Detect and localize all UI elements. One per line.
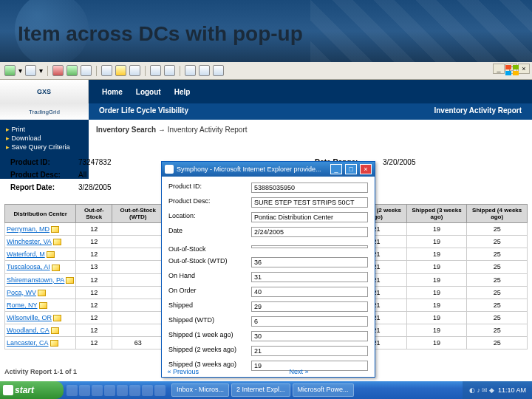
col-ship4[interactable]: Shipped (4 weeks ago)	[467, 205, 528, 223]
popup-value: 31	[251, 272, 368, 282]
popup-value: 29	[251, 301, 368, 312]
dc-cell[interactable]: Winchester, VA	[5, 236, 76, 248]
note-icon[interactable]	[53, 239, 61, 245]
favorites-icon[interactable]	[115, 65, 126, 76]
popup-value: 6	[251, 316, 368, 327]
date-range-value: 3/20/2005	[380, 157, 525, 168]
popup-window: Symphony - Microsoft Internet Explorer p…	[161, 161, 375, 378]
popup-value: 36	[251, 257, 368, 267]
stop-icon[interactable]	[52, 65, 64, 76]
mail-icon[interactable]	[150, 65, 161, 76]
nav-home[interactable]: Home	[102, 88, 123, 96]
forward-icon[interactable]	[25, 65, 36, 76]
ql-icon[interactable]	[66, 385, 78, 396]
sidebar-download[interactable]: ▸ Download	[6, 134, 83, 142]
research-icon[interactable]	[213, 65, 224, 76]
dc-cell[interactable]: Shiremanstown, PA	[5, 273, 76, 286]
product-id-label: Product ID:	[7, 157, 74, 168]
windows-flag-icon	[505, 65, 519, 75]
report-date-label: Report Date:	[7, 182, 74, 193]
popup-maximize[interactable]: □	[345, 164, 357, 174]
sidebar-print[interactable]: ▸ Print	[6, 126, 83, 133]
popup-value: 21	[251, 346, 368, 356]
note-icon[interactable]	[38, 290, 46, 296]
paging: Activity Report 1-1 of 1 « Previous Next…	[4, 368, 309, 375]
popup-minimize[interactable]: _	[330, 164, 342, 174]
ql-icon[interactable]	[92, 385, 103, 396]
note-icon[interactable]	[51, 226, 59, 233]
slide-header: Item across DCs with pop-up	[0, 0, 532, 62]
dc-cell[interactable]: Poca, WV	[5, 286, 76, 299]
dc-cell[interactable]: Perryman, MD	[5, 223, 76, 236]
discuss-icon[interactable]	[185, 65, 196, 76]
sidebar-save-query[interactable]: ▸ Save Query Criteria	[6, 143, 83, 151]
slide-title: Item across DCs with pop-up	[18, 22, 303, 46]
ql-icon[interactable]	[79, 385, 90, 396]
col-oos_wtd[interactable]: Out-of-Stock (WTD)	[112, 205, 164, 223]
note-icon[interactable]	[52, 265, 60, 271]
ql-icon[interactable]	[104, 385, 115, 396]
refresh-icon[interactable]	[66, 65, 78, 76]
popup-value: 30	[251, 331, 368, 341]
prev-link[interactable]: « Previous	[168, 368, 200, 375]
dc-cell[interactable]: Lancaster, CA	[5, 337, 76, 349]
note-icon[interactable]	[50, 340, 58, 347]
dc-cell[interactable]: Tuscaloosa, AI	[5, 261, 76, 273]
col-dc[interactable]: Distribution Center	[5, 205, 76, 223]
clock: 11:10 AM	[498, 386, 526, 394]
search-icon[interactable]	[101, 65, 112, 76]
popup-value: 40	[251, 287, 368, 297]
dc-cell[interactable]: Waterford, M	[5, 248, 76, 261]
tray-icons[interactable]: ◐♪✉◆	[468, 386, 495, 394]
print-icon[interactable]	[164, 65, 175, 76]
history-icon[interactable]	[129, 65, 140, 76]
ql-icon[interactable]	[154, 385, 166, 396]
dc-cell[interactable]: Rome, NY	[5, 299, 76, 311]
ql-icon[interactable]	[117, 385, 128, 396]
next-link[interactable]: Next »	[290, 368, 309, 375]
app-subheader: TradingGrid Order Life Cycle Visibility …	[0, 103, 532, 120]
taskbar-task[interactable]: Inbox - Micros...	[171, 383, 229, 397]
breadcrumb: Inventory Search → Inventory Activity Re…	[96, 126, 248, 134]
dc-cell[interactable]: Wilsonville, OR	[5, 311, 76, 324]
popup-title-text: Symphony - Microsoft Internet Explorer p…	[177, 166, 327, 173]
popup-date: 2/24/2005	[251, 227, 368, 237]
app-top: GXS Home Logout Help	[0, 80, 532, 103]
popup-value	[251, 245, 368, 248]
quick-launch	[66, 385, 166, 396]
home-icon[interactable]	[81, 65, 92, 76]
product-desc-label: Product Desc:	[7, 169, 74, 180]
nav-help[interactable]: Help	[174, 88, 191, 96]
world-graphic	[310, 0, 532, 62]
brand-logo: GXS	[0, 80, 89, 103]
start-button[interactable]: start	[0, 381, 64, 399]
minimize-button[interactable]: _	[493, 64, 505, 74]
subheader-right: Inventory Activity Report	[423, 103, 532, 120]
taskbar-task[interactable]: Microsoft Powe...	[293, 383, 354, 397]
ql-icon[interactable]	[142, 385, 153, 396]
note-icon[interactable]	[51, 327, 59, 334]
dc-cell[interactable]: Woodland, CA	[5, 324, 76, 337]
close-button[interactable]: ×	[518, 64, 530, 74]
note-icon[interactable]	[47, 251, 55, 258]
taskbar-task[interactable]: 2 Internet Expl...	[231, 383, 290, 397]
popup-product-desc: SURE STEP TEST STRIPS 50CT	[251, 197, 368, 208]
popup-icon	[165, 165, 174, 174]
popup-titlebar[interactable]: Symphony - Microsoft Internet Explorer p…	[162, 162, 375, 177]
note-icon[interactable]	[39, 302, 47, 309]
note-icon[interactable]	[53, 315, 61, 321]
taskbar: start Inbox - Micros...2 Internet Expl..…	[0, 381, 532, 399]
nav-logout[interactable]: Logout	[136, 88, 161, 96]
messenger-icon[interactable]	[199, 65, 210, 76]
system-tray: ◐♪✉◆ 11:10 AM	[463, 381, 532, 399]
col-ship3[interactable]: Shipped (3 weeks ago)	[406, 205, 467, 223]
note-icon[interactable]	[66, 277, 74, 284]
subheader-left: Order Life Cycle Visibility	[89, 103, 423, 120]
ie-toolbar: ▾ ▾	[0, 62, 532, 80]
col-oos[interactable]: Out-of-Stock	[76, 205, 112, 223]
back-icon[interactable]	[4, 65, 16, 76]
popup-location: Pontiac Distribution Center	[251, 212, 368, 222]
popup-product-id: 53885035950	[251, 183, 368, 193]
popup-close[interactable]: ×	[360, 164, 372, 174]
ql-icon[interactable]	[129, 385, 140, 396]
